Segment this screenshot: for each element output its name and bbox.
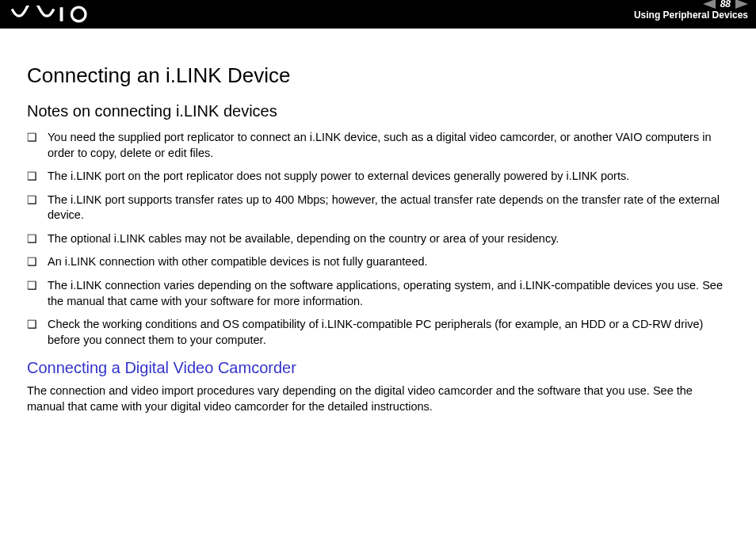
prev-arrow-icon[interactable] xyxy=(703,0,716,9)
page-title: Connecting an i.LINK Device xyxy=(27,63,729,88)
camcorder-body: The connection and video import procedur… xyxy=(27,383,729,414)
notes-subtitle: Notes on connecting i.LINK devices xyxy=(27,102,729,120)
content-area: Connecting an i.LINK Device Notes on con… xyxy=(0,29,756,414)
header-band: Using Peripheral Devices xyxy=(0,0,756,29)
svg-rect-0 xyxy=(60,7,63,21)
list-item: Check the working conditions and OS comp… xyxy=(27,317,729,348)
page-nav: 88 xyxy=(703,0,748,10)
list-item: An i.LINK connection with other compatib… xyxy=(27,254,729,270)
vaio-logo-icon xyxy=(11,6,98,23)
svg-point-1 xyxy=(71,7,86,21)
list-item: The i.LINK port on the port replicator d… xyxy=(27,169,729,185)
list-item: The i.LINK connection varies depending o… xyxy=(27,278,729,309)
page: 88 Using Peripheral Devices Connecting a… xyxy=(0,0,756,534)
next-arrow-icon[interactable] xyxy=(735,0,748,9)
list-item: The i.LINK port supports transfer rates … xyxy=(27,193,729,223)
list-item: The optional i.LINK cables may not be av… xyxy=(27,231,729,247)
nav-container: 88 xyxy=(703,0,748,11)
page-number: 88 xyxy=(720,0,731,10)
notes-list: You need the supplied port replicator to… xyxy=(27,130,729,348)
section-label: Using Peripheral Devices xyxy=(634,10,748,21)
list-item: You need the supplied port replicator to… xyxy=(27,130,729,161)
camcorder-subtitle: Connecting a Digital Video Camcorder xyxy=(27,359,729,377)
